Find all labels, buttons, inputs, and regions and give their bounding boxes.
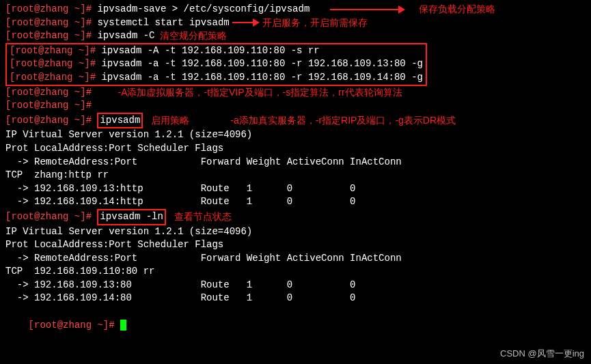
output-line: Prot LocalAddress:Port Scheduler Flags — [5, 238, 586, 252]
output-line: -> RemoteAddress:Port Forward Weight Act… — [5, 156, 586, 169]
cmd-line-4: [root@zhang ~]# ipvsadm -A -t 192.168.10… — [10, 44, 423, 58]
cmd-text: systemctl start ipvsadm — [97, 16, 229, 30]
cmd-line-7: [root@zhang ~]# -A添加虚拟服务器，-t指定VIP及端口，-s指… — [5, 86, 586, 100]
annotation-A: -A添加虚拟服务器，-t指定VIP及端口，-s指定算法，rr代表轮询算法 — [118, 86, 402, 100]
output-line: IP Virtual Server version 1.2.1 (size=40… — [5, 128, 586, 142]
cmd-line-1: [root@zhang ~]# ipvsadm-save > /etc/sysc… — [5, 3, 586, 16]
annotation-save: 保存负载分配策略 — [419, 3, 495, 16]
watermark: CSDN @风雪一更ing — [500, 348, 584, 360]
cmd-ipvsadm-ln-boxed: ipvsadm -ln — [97, 209, 165, 225]
cmd-line-6: [root@zhang ~]# ipvsadm -a -t 192.168.10… — [10, 71, 423, 85]
cmd-line-10: [root@zhang ~]# ipvsadm -ln 查看节点状态 — [5, 209, 586, 225]
cmd-line-3: [root@zhang ~]# ipvsadm -C 清空规分配策略 — [5, 29, 586, 43]
output-line: -> 192.168.109.14:http Route 1 0 0 — [5, 195, 586, 209]
output-line: -> 192.168.109.14:80 Route 1 0 0 — [5, 292, 586, 305]
cursor-icon — [120, 320, 126, 331]
annotation-enable: 启用策略 — [151, 114, 189, 128]
cmd-text: ipvsadm -a -t 192.168.109.110:80 -r 192.… — [101, 72, 422, 83]
cmd-text: ipvsadm -C — [97, 29, 154, 43]
arrow-icon — [232, 19, 260, 26]
cmd-text: ipvsadm -a -t 192.168.109.110:80 -r 192.… — [101, 58, 422, 69]
cmd-line-final[interactable]: [root@zhang ~]# — [5, 305, 586, 346]
output-line: Prot LocalAddress:Port Scheduler Flags — [5, 142, 586, 156]
cmd-line-2: [root@zhang ~]# systemctl start ipvsadm … — [5, 16, 586, 30]
output-line: TCP 192.168.109.110:80 rr — [5, 265, 586, 279]
cmd-text: ipvsadm-save > /etc/sysconfig/ipvsadm — [97, 3, 310, 16]
output-line: IP Virtual Server version 1.2.1 (size=40… — [5, 225, 586, 239]
output-line: -> RemoteAddress:Port Forward Weight Act… — [5, 252, 586, 266]
output-line: -> 192.168.109.13:http Route 1 0 0 — [5, 182, 586, 196]
annotation-a: -a添加真实服务器，-r指定RIP及端口，-g表示DR模式 — [230, 114, 456, 128]
output-line: -> 192.168.109.13:80 Route 1 0 0 — [5, 279, 586, 292]
cmd-ipvsadm-boxed: ipvsadm — [97, 113, 143, 129]
cmd-text: ipvsadm -A -t 192.168.109.110:80 -s rr — [101, 45, 319, 56]
cmd-line-5: [root@zhang ~]# ipvsadm -a -t 192.168.10… — [10, 57, 423, 71]
annotation-status: 查看节点状态 — [174, 210, 232, 224]
arrow-icon — [330, 6, 405, 13]
annotation-start: 开启服务，开启前需保存 — [262, 16, 368, 30]
output-line: TCP zhang:http rr — [5, 169, 586, 182]
terminal[interactable]: [root@zhang ~]# ipvsadm-save > /etc/sysc… — [5, 3, 586, 346]
annotation-clear: 清空规分配策略 — [160, 29, 227, 43]
boxed-commands: [root@zhang ~]# ipvsadm -A -t 192.168.10… — [5, 43, 586, 86]
cmd-line-8: [root@zhang ~]# — [5, 99, 586, 113]
cmd-line-9: [root@zhang ~]# ipvsadm 启用策略 -a添加真实服务器，-… — [5, 113, 586, 129]
